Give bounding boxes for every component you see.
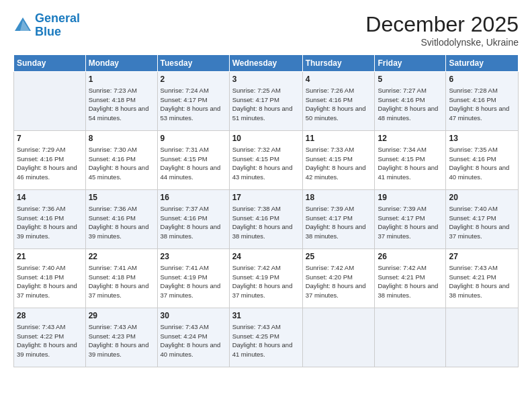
day-number: 25 [306, 251, 372, 262]
day-info: Sunrise: 7:23 AMSunset: 4:18 PMDaylight:… [89, 87, 149, 122]
calendar-day-cell: 17Sunrise: 7:38 AMSunset: 4:16 PMDayligh… [229, 190, 302, 249]
calendar-week-row: 14Sunrise: 7:36 AMSunset: 4:16 PMDayligh… [14, 190, 519, 249]
calendar-day-cell: 11Sunrise: 7:33 AMSunset: 4:15 PMDayligh… [302, 131, 375, 190]
day-number: 29 [89, 310, 154, 321]
month-title: December 2025 [365, 12, 519, 37]
calendar-day-cell: 8Sunrise: 7:30 AMSunset: 4:16 PMDaylight… [85, 131, 157, 190]
logo-general: General [35, 11, 80, 25]
day-number: 3 [232, 74, 300, 85]
calendar-day-cell: 24Sunrise: 7:42 AMSunset: 4:19 PMDayligh… [229, 249, 302, 308]
day-info: Sunrise: 7:33 AMSunset: 4:15 PMDaylight:… [306, 146, 366, 181]
day-info: Sunrise: 7:27 AMSunset: 4:16 PMDaylight:… [378, 87, 438, 122]
day-info: Sunrise: 7:31 AMSunset: 4:15 PMDaylight:… [161, 146, 221, 181]
calendar-week-row: 21Sunrise: 7:40 AMSunset: 4:18 PMDayligh… [14, 249, 519, 308]
calendar-day-cell [446, 308, 519, 367]
calendar-day-cell: 16Sunrise: 7:37 AMSunset: 4:16 PMDayligh… [157, 190, 229, 249]
weekday-header: Wednesday [229, 55, 302, 72]
day-info: Sunrise: 7:36 AMSunset: 4:16 PMDaylight:… [89, 205, 149, 240]
calendar-day-cell: 28Sunrise: 7:43 AMSunset: 4:22 PMDayligh… [14, 308, 86, 367]
day-info: Sunrise: 7:39 AMSunset: 4:17 PMDaylight:… [378, 205, 438, 240]
calendar-day-cell: 6Sunrise: 7:28 AMSunset: 4:16 PMDaylight… [446, 72, 519, 131]
calendar-day-cell: 31Sunrise: 7:43 AMSunset: 4:25 PMDayligh… [229, 308, 302, 367]
calendar-week-row: 7Sunrise: 7:29 AMSunset: 4:16 PMDaylight… [14, 131, 519, 190]
day-number: 20 [449, 192, 515, 203]
day-info: Sunrise: 7:36 AMSunset: 4:16 PMDaylight:… [17, 205, 77, 240]
day-info: Sunrise: 7:41 AMSunset: 4:18 PMDaylight:… [89, 264, 149, 299]
calendar-week-row: 28Sunrise: 7:43 AMSunset: 4:22 PMDayligh… [14, 308, 519, 367]
calendar-day-cell: 2Sunrise: 7:24 AMSunset: 4:17 PMDaylight… [157, 72, 229, 131]
calendar-day-cell: 13Sunrise: 7:35 AMSunset: 4:16 PMDayligh… [446, 131, 519, 190]
weekday-header: Friday [375, 55, 446, 72]
weekday-header: Sunday [14, 55, 86, 72]
day-info: Sunrise: 7:32 AMSunset: 4:15 PMDaylight:… [232, 146, 293, 181]
header: General Blue December 2025 Svitlodolynsk… [13, 12, 519, 48]
day-number: 14 [17, 192, 83, 203]
weekday-header: Thursday [302, 55, 375, 72]
calendar-day-cell [14, 72, 86, 131]
day-info: Sunrise: 7:43 AMSunset: 4:25 PMDaylight:… [232, 323, 293, 358]
calendar-day-cell: 3Sunrise: 7:25 AMSunset: 4:17 PMDaylight… [229, 72, 302, 131]
calendar-day-cell: 25Sunrise: 7:42 AMSunset: 4:20 PMDayligh… [302, 249, 375, 308]
calendar-table: SundayMondayTuesdayWednesdayThursdayFrid… [13, 54, 519, 367]
calendar-day-cell: 1Sunrise: 7:23 AMSunset: 4:18 PMDaylight… [85, 72, 157, 131]
day-number: 13 [449, 133, 515, 144]
calendar-week-row: 1Sunrise: 7:23 AMSunset: 4:18 PMDaylight… [14, 72, 519, 131]
day-info: Sunrise: 7:37 AMSunset: 4:16 PMDaylight:… [161, 205, 221, 240]
calendar-day-cell: 12Sunrise: 7:34 AMSunset: 4:15 PMDayligh… [375, 131, 446, 190]
calendar-day-cell [375, 308, 446, 367]
logo-icon [13, 16, 32, 35]
day-number: 21 [17, 251, 83, 262]
calendar-day-cell: 20Sunrise: 7:40 AMSunset: 4:17 PMDayligh… [446, 190, 519, 249]
day-info: Sunrise: 7:43 AMSunset: 4:24 PMDaylight:… [161, 323, 221, 358]
day-number: 28 [17, 310, 83, 321]
day-info: Sunrise: 7:34 AMSunset: 4:15 PMDaylight:… [378, 146, 438, 181]
calendar-day-cell: 27Sunrise: 7:43 AMSunset: 4:21 PMDayligh… [446, 249, 519, 308]
calendar-day-cell: 26Sunrise: 7:42 AMSunset: 4:21 PMDayligh… [375, 249, 446, 308]
day-number: 2 [161, 74, 226, 85]
calendar-day-cell: 15Sunrise: 7:36 AMSunset: 4:16 PMDayligh… [85, 190, 157, 249]
weekday-header: Saturday [446, 55, 519, 72]
day-number: 4 [306, 74, 372, 85]
day-info: Sunrise: 7:40 AMSunset: 4:17 PMDaylight:… [449, 205, 509, 240]
calendar-day-cell: 14Sunrise: 7:36 AMSunset: 4:16 PMDayligh… [14, 190, 86, 249]
calendar-day-cell: 30Sunrise: 7:43 AMSunset: 4:24 PMDayligh… [157, 308, 229, 367]
page: General Blue December 2025 Svitlodolynsk… [0, 0, 532, 411]
calendar-header-row: SundayMondayTuesdayWednesdayThursdayFrid… [14, 55, 519, 72]
day-number: 5 [378, 74, 443, 85]
calendar-day-cell: 9Sunrise: 7:31 AMSunset: 4:15 PMDaylight… [157, 131, 229, 190]
day-number: 6 [449, 74, 515, 85]
day-info: Sunrise: 7:43 AMSunset: 4:22 PMDaylight:… [17, 323, 77, 358]
day-info: Sunrise: 7:26 AMSunset: 4:16 PMDaylight:… [306, 87, 366, 122]
calendar-day-cell: 21Sunrise: 7:40 AMSunset: 4:18 PMDayligh… [14, 249, 86, 308]
day-number: 26 [378, 251, 443, 262]
day-number: 30 [161, 310, 226, 321]
day-number: 23 [161, 251, 226, 262]
day-number: 31 [232, 310, 300, 321]
calendar-day-cell: 4Sunrise: 7:26 AMSunset: 4:16 PMDaylight… [302, 72, 375, 131]
day-info: Sunrise: 7:28 AMSunset: 4:16 PMDaylight:… [449, 87, 509, 122]
day-info: Sunrise: 7:43 AMSunset: 4:21 PMDaylight:… [449, 264, 509, 299]
calendar-day-cell: 19Sunrise: 7:39 AMSunset: 4:17 PMDayligh… [375, 190, 446, 249]
day-info: Sunrise: 7:43 AMSunset: 4:23 PMDaylight:… [89, 323, 149, 358]
day-info: Sunrise: 7:42 AMSunset: 4:19 PMDaylight:… [232, 264, 293, 299]
location-subtitle: Svitlodolynske, Ukraine [365, 37, 519, 48]
day-info: Sunrise: 7:39 AMSunset: 4:17 PMDaylight:… [306, 205, 366, 240]
calendar-day-cell: 18Sunrise: 7:39 AMSunset: 4:17 PMDayligh… [302, 190, 375, 249]
day-number: 12 [378, 133, 443, 144]
weekday-header: Monday [85, 55, 157, 72]
day-info: Sunrise: 7:40 AMSunset: 4:18 PMDaylight:… [17, 264, 77, 299]
calendar-day-cell: 5Sunrise: 7:27 AMSunset: 4:16 PMDaylight… [375, 72, 446, 131]
day-info: Sunrise: 7:38 AMSunset: 4:16 PMDaylight:… [232, 205, 293, 240]
day-number: 18 [306, 192, 372, 203]
day-number: 8 [89, 133, 154, 144]
day-number: 9 [161, 133, 226, 144]
day-number: 24 [232, 251, 300, 262]
calendar-day-cell [302, 308, 375, 367]
day-number: 16 [161, 192, 226, 203]
calendar-day-cell: 22Sunrise: 7:41 AMSunset: 4:18 PMDayligh… [85, 249, 157, 308]
day-number: 19 [378, 192, 443, 203]
calendar-day-cell: 10Sunrise: 7:32 AMSunset: 4:15 PMDayligh… [229, 131, 302, 190]
day-number: 17 [232, 192, 300, 203]
day-number: 10 [232, 133, 300, 144]
calendar-day-cell: 23Sunrise: 7:41 AMSunset: 4:19 PMDayligh… [157, 249, 229, 308]
